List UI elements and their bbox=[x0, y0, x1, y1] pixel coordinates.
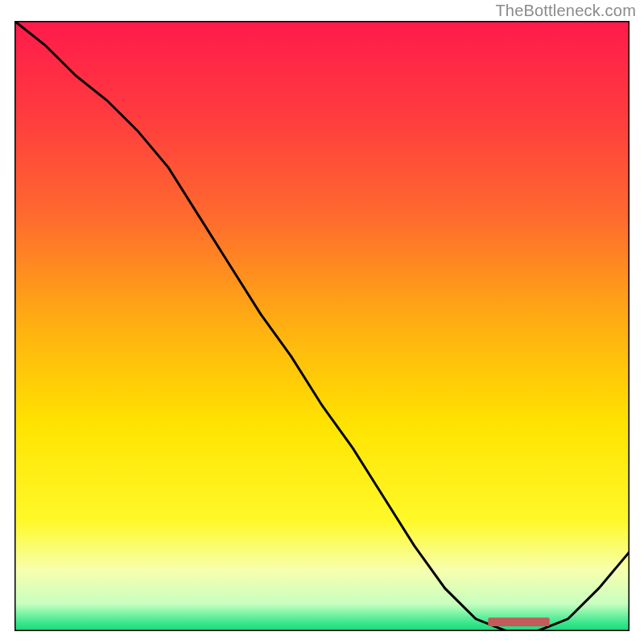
chart-area bbox=[14, 21, 630, 631]
attribution-text: TheBottleneck.com bbox=[495, 2, 636, 20]
chart-svg bbox=[14, 21, 630, 631]
minimum-marker bbox=[488, 617, 549, 626]
gradient-background bbox=[14, 21, 630, 631]
